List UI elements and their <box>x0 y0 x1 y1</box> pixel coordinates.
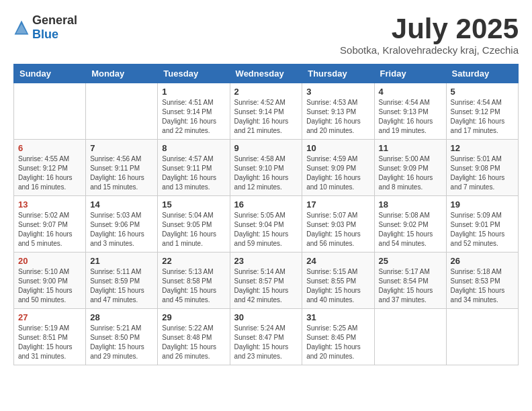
day-info: Sunrise: 4:58 AM Sunset: 9:10 PM Dayligh… <box>234 154 298 192</box>
logo-general: General <box>32 13 77 27</box>
day-info: Sunrise: 5:01 AM Sunset: 9:08 PM Dayligh… <box>451 154 514 192</box>
day-number: 13 <box>18 199 81 210</box>
day-info: Sunrise: 5:17 AM Sunset: 8:54 PM Dayligh… <box>379 267 442 305</box>
day-info: Sunrise: 4:56 AM Sunset: 9:11 PM Dayligh… <box>90 154 153 192</box>
day-number: 5 <box>451 87 514 97</box>
week-row-2: 6Sunrise: 4:55 AM Sunset: 9:12 PM Daylig… <box>14 140 519 196</box>
col-header-friday: Friday <box>374 64 446 83</box>
day-number: 22 <box>162 256 225 266</box>
week-row-4: 20Sunrise: 5:10 AM Sunset: 9:00 PM Dayli… <box>14 253 519 309</box>
day-cell: 20Sunrise: 5:10 AM Sunset: 9:00 PM Dayli… <box>14 253 86 309</box>
day-info: Sunrise: 4:51 AM Sunset: 9:14 PM Dayligh… <box>162 98 225 136</box>
day-cell: 3Sunrise: 4:53 AM Sunset: 9:13 PM Daylig… <box>302 83 374 140</box>
header: General Blue July 2025 Sobotka, Kraloveh… <box>13 13 519 56</box>
day-info: Sunrise: 5:10 AM Sunset: 9:00 PM Dayligh… <box>18 267 81 305</box>
day-number: 16 <box>234 199 298 210</box>
day-info: Sunrise: 4:54 AM Sunset: 9:13 PM Dayligh… <box>379 98 442 136</box>
day-cell: 23Sunrise: 5:14 AM Sunset: 8:57 PM Dayli… <box>230 253 302 309</box>
day-number: 10 <box>306 143 369 153</box>
day-number: 6 <box>18 143 81 153</box>
day-info: Sunrise: 5:15 AM Sunset: 8:55 PM Dayligh… <box>306 267 369 305</box>
day-cell: 13Sunrise: 5:02 AM Sunset: 9:07 PM Dayli… <box>14 196 86 253</box>
day-cell: 8Sunrise: 4:57 AM Sunset: 9:11 PM Daylig… <box>158 140 230 196</box>
day-info: Sunrise: 5:13 AM Sunset: 8:58 PM Dayligh… <box>162 267 225 305</box>
day-number: 4 <box>379 87 442 97</box>
col-header-monday: Monday <box>86 64 158 83</box>
day-cell: 9Sunrise: 4:58 AM Sunset: 9:10 PM Daylig… <box>230 140 302 196</box>
day-cell: 27Sunrise: 5:19 AM Sunset: 8:51 PM Dayli… <box>14 309 86 365</box>
week-row-5: 27Sunrise: 5:19 AM Sunset: 8:51 PM Dayli… <box>14 309 519 365</box>
day-number: 17 <box>306 199 369 210</box>
calendar: SundayMondayTuesdayWednesdayThursdayFrid… <box>13 64 519 365</box>
day-info: Sunrise: 5:04 AM Sunset: 9:05 PM Dayligh… <box>162 211 225 248</box>
day-number: 15 <box>162 199 225 210</box>
week-row-1: 1Sunrise: 4:51 AM Sunset: 9:14 PM Daylig… <box>14 83 519 140</box>
logo: General Blue <box>13 13 77 42</box>
day-cell <box>374 309 446 365</box>
day-cell: 19Sunrise: 5:09 AM Sunset: 9:01 PM Dayli… <box>446 196 518 253</box>
day-number: 24 <box>306 256 369 266</box>
day-cell: 11Sunrise: 5:00 AM Sunset: 9:09 PM Dayli… <box>374 140 446 196</box>
day-info: Sunrise: 5:21 AM Sunset: 8:50 PM Dayligh… <box>90 324 153 361</box>
day-info: Sunrise: 5:05 AM Sunset: 9:04 PM Dayligh… <box>234 211 298 248</box>
col-header-thursday: Thursday <box>302 64 374 83</box>
day-number: 7 <box>90 143 153 153</box>
day-number: 30 <box>234 312 298 322</box>
day-cell: 21Sunrise: 5:11 AM Sunset: 8:59 PM Dayli… <box>86 253 158 309</box>
day-cell: 7Sunrise: 4:56 AM Sunset: 9:11 PM Daylig… <box>86 140 158 196</box>
day-info: Sunrise: 5:11 AM Sunset: 8:59 PM Dayligh… <box>90 267 153 305</box>
day-cell: 5Sunrise: 4:54 AM Sunset: 9:12 PM Daylig… <box>446 83 518 140</box>
col-header-sunday: Sunday <box>14 64 86 83</box>
day-number: 19 <box>451 199 514 210</box>
month-title: July 2025 <box>340 13 519 44</box>
day-number: 14 <box>90 199 153 210</box>
day-cell <box>446 309 518 365</box>
day-info: Sunrise: 5:22 AM Sunset: 8:48 PM Dayligh… <box>162 324 225 361</box>
day-number: 29 <box>162 312 225 322</box>
day-cell: 17Sunrise: 5:07 AM Sunset: 9:03 PM Dayli… <box>302 196 374 253</box>
day-number: 25 <box>379 256 442 266</box>
title-section: July 2025 Sobotka, Kralovehradecky kraj,… <box>340 13 519 56</box>
day-number: 23 <box>234 256 298 266</box>
day-info: Sunrise: 5:02 AM Sunset: 9:07 PM Dayligh… <box>18 211 81 248</box>
day-number: 27 <box>18 312 81 322</box>
day-number: 12 <box>451 143 514 153</box>
day-cell: 15Sunrise: 5:04 AM Sunset: 9:05 PM Dayli… <box>158 196 230 253</box>
day-cell: 10Sunrise: 4:59 AM Sunset: 9:09 PM Dayli… <box>302 140 374 196</box>
day-info: Sunrise: 4:59 AM Sunset: 9:09 PM Dayligh… <box>306 154 369 192</box>
day-cell: 14Sunrise: 5:03 AM Sunset: 9:06 PM Dayli… <box>86 196 158 253</box>
day-cell: 29Sunrise: 5:22 AM Sunset: 8:48 PM Dayli… <box>158 309 230 365</box>
col-header-tuesday: Tuesday <box>158 64 230 83</box>
logo-blue: Blue <box>32 28 58 41</box>
day-number: 1 <box>162 87 225 97</box>
day-number: 8 <box>162 143 225 153</box>
day-info: Sunrise: 4:57 AM Sunset: 9:11 PM Dayligh… <box>162 154 225 192</box>
day-number: 11 <box>379 143 442 153</box>
col-header-wednesday: Wednesday <box>230 64 302 83</box>
logo-icon <box>13 19 30 36</box>
day-cell: 4Sunrise: 4:54 AM Sunset: 9:13 PM Daylig… <box>374 83 446 140</box>
day-cell: 26Sunrise: 5:18 AM Sunset: 8:53 PM Dayli… <box>446 253 518 309</box>
day-number: 21 <box>90 256 153 266</box>
day-number: 18 <box>379 199 442 210</box>
day-cell <box>14 83 86 140</box>
day-cell: 6Sunrise: 4:55 AM Sunset: 9:12 PM Daylig… <box>14 140 86 196</box>
day-number: 31 <box>306 312 369 322</box>
day-info: Sunrise: 5:25 AM Sunset: 8:45 PM Dayligh… <box>306 324 369 361</box>
day-info: Sunrise: 5:14 AM Sunset: 8:57 PM Dayligh… <box>234 267 298 305</box>
day-cell: 30Sunrise: 5:24 AM Sunset: 8:47 PM Dayli… <box>230 309 302 365</box>
day-info: Sunrise: 4:54 AM Sunset: 9:12 PM Dayligh… <box>451 98 514 136</box>
day-cell: 2Sunrise: 4:52 AM Sunset: 9:14 PM Daylig… <box>230 83 302 140</box>
day-cell <box>86 83 158 140</box>
day-info: Sunrise: 5:00 AM Sunset: 9:09 PM Dayligh… <box>379 154 442 192</box>
week-row-3: 13Sunrise: 5:02 AM Sunset: 9:07 PM Dayli… <box>14 196 519 253</box>
day-cell: 16Sunrise: 5:05 AM Sunset: 9:04 PM Dayli… <box>230 196 302 253</box>
day-info: Sunrise: 5:19 AM Sunset: 8:51 PM Dayligh… <box>18 324 81 361</box>
day-cell: 31Sunrise: 5:25 AM Sunset: 8:45 PM Dayli… <box>302 309 374 365</box>
day-number: 26 <box>451 256 514 266</box>
day-info: Sunrise: 5:18 AM Sunset: 8:53 PM Dayligh… <box>451 267 514 305</box>
day-cell: 22Sunrise: 5:13 AM Sunset: 8:58 PM Dayli… <box>158 253 230 309</box>
day-number: 2 <box>234 87 298 97</box>
day-number: 3 <box>306 87 369 97</box>
col-header-saturday: Saturday <box>446 64 518 83</box>
